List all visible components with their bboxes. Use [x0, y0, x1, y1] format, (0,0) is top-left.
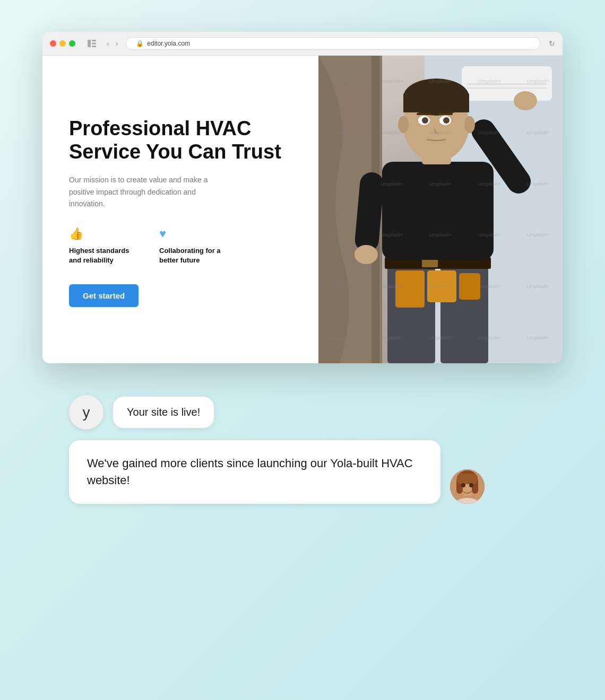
svg-point-40 — [461, 483, 465, 487]
svg-rect-3 — [92, 46, 96, 47]
user-message-text: We've gained more clients since launchin… — [87, 457, 413, 487]
chat-section: y Your site is live! We've gained more c… — [27, 374, 578, 520]
technician-illustration — [318, 56, 563, 363]
sidebar-icon[interactable] — [85, 38, 99, 49]
svg-point-21 — [514, 91, 537, 110]
nav-buttons: ‹ › — [104, 38, 120, 49]
hero-left-panel: Professional HVAC Service You Can Trust … — [42, 56, 318, 363]
hero-title: Professional HVAC Service You Can Trust — [69, 117, 292, 163]
get-started-button[interactable]: Get started — [69, 284, 139, 307]
svg-rect-39 — [457, 474, 478, 484]
svg-rect-14 — [395, 270, 425, 308]
svg-rect-25 — [403, 94, 469, 112]
browser-chrome: ‹ › 🔒 editor.yola.com ↻ — [42, 32, 563, 56]
svg-point-27 — [464, 116, 475, 133]
svg-rect-1 — [92, 40, 96, 41]
hero-image-panel: Unsplash+ Unsplash+ Unsplash+ Unsplash+ … — [318, 56, 563, 363]
heart-icon: ♥ — [159, 227, 228, 241]
feature-standards: 👍 Highest standards and reliability — [69, 227, 138, 265]
svg-rect-13 — [422, 259, 438, 267]
svg-rect-8 — [467, 83, 547, 85]
svg-point-33 — [443, 117, 450, 124]
svg-point-19 — [355, 245, 378, 264]
yola-avatar: y — [69, 395, 103, 430]
user-avatar — [450, 469, 485, 504]
thumbs-up-icon: 👍 — [69, 227, 138, 241]
user-message-bubble: We've gained more clients since launchin… — [69, 440, 440, 504]
feature-standards-text: Highest standards and reliability — [69, 246, 138, 265]
browser-window: ‹ › 🔒 editor.yola.com ↻ Professional HVA… — [42, 32, 563, 363]
refresh-button[interactable]: ↻ — [549, 39, 555, 48]
svg-rect-28 — [417, 113, 431, 115]
svg-point-26 — [398, 116, 409, 133]
svg-rect-15 — [427, 270, 456, 302]
url-text: editor.yola.com — [147, 40, 190, 47]
system-notification-bubble: Your site is live! — [113, 397, 214, 428]
feature-collaboration-text: Collaborating for a better future — [159, 246, 228, 265]
lock-icon: 🔒 — [136, 40, 144, 47]
traffic-lights — [50, 40, 75, 47]
hero-subtitle: Our mission is to create value and make … — [69, 174, 212, 209]
svg-rect-9 — [467, 88, 547, 89]
svg-rect-29 — [438, 113, 453, 115]
feature-collaboration: ♥ Collaborating for a better future — [159, 227, 228, 265]
system-notification-row: y Your site is live! — [69, 395, 536, 430]
hero-image: Unsplash+ Unsplash+ Unsplash+ Unsplash+ … — [318, 56, 563, 363]
minimize-button[interactable] — [59, 40, 66, 47]
address-bar[interactable]: 🔒 editor.yola.com — [126, 37, 540, 50]
svg-rect-17 — [382, 162, 494, 260]
svg-rect-16 — [459, 273, 480, 300]
user-avatar-image — [450, 469, 485, 504]
svg-point-41 — [469, 483, 473, 487]
website-content: Professional HVAC Service You Can Trust … — [42, 56, 563, 363]
back-button[interactable]: ‹ — [104, 38, 112, 49]
close-button[interactable] — [50, 40, 56, 47]
svg-rect-0 — [88, 40, 91, 47]
system-message-text: Your site is live! — [127, 406, 200, 418]
svg-point-32 — [422, 117, 428, 124]
maximize-button[interactable] — [69, 40, 75, 47]
forward-button[interactable]: › — [113, 38, 121, 49]
svg-rect-2 — [92, 43, 96, 45]
features-row: 👍 Highest standards and reliability ♥ Co… — [69, 227, 292, 265]
yola-avatar-letter: y — [83, 404, 90, 421]
user-message-row: We've gained more clients since launchin… — [69, 440, 536, 504]
